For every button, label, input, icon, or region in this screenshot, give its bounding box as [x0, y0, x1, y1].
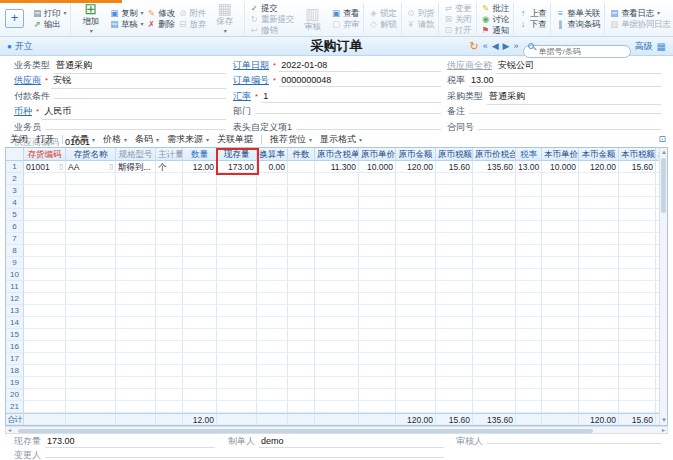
grid-cell[interactable]: 个: [156, 161, 183, 173]
grid-cell[interactable]: 10.000: [542, 161, 579, 173]
grid-cell[interactable]: [217, 365, 257, 377]
grid-cell[interactable]: [24, 377, 66, 389]
row-number[interactable]: 7: [6, 233, 24, 245]
grid-cell[interactable]: [156, 317, 183, 329]
grid-cell[interactable]: [288, 269, 315, 281]
grid-cell[interactable]: [183, 353, 217, 365]
row-number[interactable]: 3: [6, 185, 24, 197]
grid-cell[interactable]: [156, 245, 183, 257]
grid-cell[interactable]: [116, 341, 156, 353]
grid-cell[interactable]: [473, 185, 516, 197]
grid-cell[interactable]: [116, 257, 156, 269]
unlock-button[interactable]: ◇解锁: [368, 19, 396, 29]
grid-cell[interactable]: [116, 173, 156, 185]
grid-cell[interactable]: [396, 305, 436, 317]
grid-cell[interactable]: [66, 281, 116, 293]
grid-cell[interactable]: [183, 365, 217, 377]
grid-cell[interactable]: [288, 329, 315, 341]
grid-cell[interactable]: [436, 329, 473, 341]
discuss-button[interactable]: ◉讨论: [481, 14, 509, 24]
grid-cell[interactable]: [516, 401, 542, 413]
grid-cell[interactable]: [579, 197, 619, 209]
grid-cell[interactable]: [579, 233, 619, 245]
grid-cell[interactable]: [315, 341, 359, 353]
grid-cell[interactable]: [257, 389, 288, 401]
row-number[interactable]: 20: [6, 389, 24, 401]
grid-cell[interactable]: [66, 221, 116, 233]
grid-cell[interactable]: [579, 185, 619, 197]
grid-cell[interactable]: [359, 329, 396, 341]
advanced-link[interactable]: 高级: [635, 40, 653, 53]
grid-cell[interactable]: [66, 341, 116, 353]
grid-cell[interactable]: [315, 401, 359, 413]
grid-cell[interactable]: [359, 341, 396, 353]
column-header[interactable]: 存货编码: [24, 148, 66, 161]
grid-cell[interactable]: [156, 221, 183, 233]
grid-cell[interactable]: [619, 245, 656, 257]
grid-cell[interactable]: [217, 305, 257, 317]
grid-cell[interactable]: [183, 281, 217, 293]
grid-cell[interactable]: [436, 377, 473, 389]
field-value[interactable]: 普通采购: [54, 59, 226, 74]
field-value[interactable]: 13.00: [469, 75, 661, 87]
grid-cell[interactable]: [359, 257, 396, 269]
grid-cell[interactable]: [288, 377, 315, 389]
grid-cell[interactable]: [396, 293, 436, 305]
grid-cell[interactable]: [315, 233, 359, 245]
grid-cell[interactable]: 11.300: [315, 161, 359, 173]
field-label[interactable]: 供应商: [14, 74, 41, 87]
grid-cell[interactable]: [542, 257, 579, 269]
grid-cell[interactable]: [473, 401, 516, 413]
grid-cell[interactable]: [66, 401, 116, 413]
grid-cell[interactable]: [315, 209, 359, 221]
grid-cell[interactable]: [436, 185, 473, 197]
grid-cell[interactable]: [359, 389, 396, 401]
grid-cell[interactable]: [619, 281, 656, 293]
row-number[interactable]: 8: [6, 245, 24, 257]
grid-cell[interactable]: [24, 197, 66, 209]
grid-cell[interactable]: [436, 305, 473, 317]
grid-cell[interactable]: [359, 377, 396, 389]
grid-cell[interactable]: [288, 353, 315, 365]
grid-cell[interactable]: [24, 401, 66, 413]
tab-recommend-location[interactable]: 推荐货位▾: [270, 133, 312, 146]
grid-cell[interactable]: [473, 257, 516, 269]
grid-cell[interactable]: [619, 389, 656, 401]
grid-cell[interactable]: [396, 221, 436, 233]
tab-stock[interactable]: 存量▾: [71, 133, 95, 146]
field-label[interactable]: 供应商全称: [447, 59, 492, 72]
grid-cell[interactable]: [315, 257, 359, 269]
grid-cell[interactable]: [579, 257, 619, 269]
row-number[interactable]: 17: [6, 353, 24, 365]
column-header[interactable]: 规格型号: [116, 148, 156, 161]
grid-cell[interactable]: [183, 269, 217, 281]
grid-cell[interactable]: [315, 281, 359, 293]
grid-cell[interactable]: [66, 353, 116, 365]
add-button[interactable]: ⊞增加▾: [75, 1, 106, 36]
field-value[interactable]: [296, 128, 441, 130]
grid-cell[interactable]: [288, 245, 315, 257]
grid-cell[interactable]: [315, 389, 359, 401]
grid-cell[interactable]: [396, 329, 436, 341]
grid-cell[interactable]: [217, 389, 257, 401]
grid-cell[interactable]: [516, 317, 542, 329]
grid-cell[interactable]: [542, 221, 579, 233]
grid-cell[interactable]: [473, 245, 516, 257]
grid-cell[interactable]: [436, 389, 473, 401]
grid-cell[interactable]: [156, 197, 183, 209]
row-number[interactable]: 11: [6, 281, 24, 293]
grid-cell[interactable]: [116, 377, 156, 389]
grid-cell[interactable]: [579, 245, 619, 257]
grid-cell[interactable]: [315, 305, 359, 317]
grid-cell[interactable]: [542, 317, 579, 329]
row-number[interactable]: 21: [6, 401, 24, 413]
grid-cell[interactable]: [473, 329, 516, 341]
grid-cell[interactable]: [359, 209, 396, 221]
grid-cell[interactable]: [315, 353, 359, 365]
reference-picker-icon[interactable]: ▯: [109, 161, 113, 173]
grid-cell[interactable]: [436, 197, 473, 209]
grid-cell[interactable]: [436, 209, 473, 221]
grid-cell[interactable]: [359, 185, 396, 197]
column-header[interactable]: 存货名称: [66, 148, 116, 161]
grid-cell[interactable]: [217, 341, 257, 353]
